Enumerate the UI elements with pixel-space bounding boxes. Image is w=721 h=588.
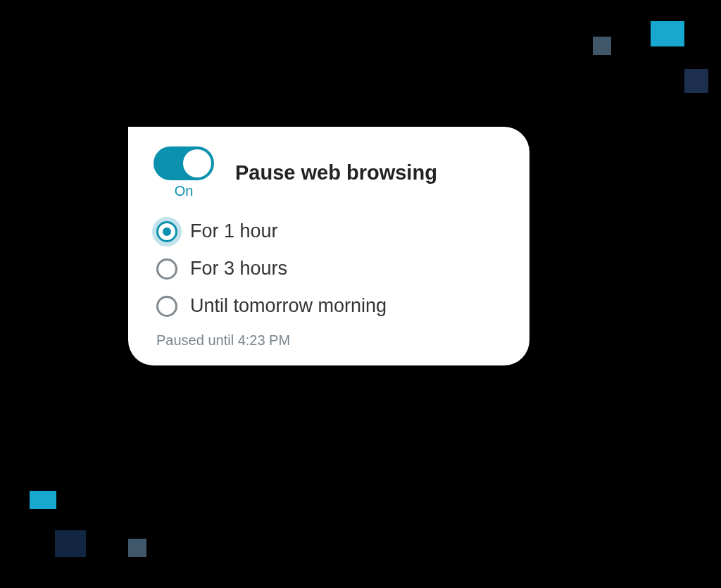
decorative-square [55, 530, 86, 557]
option-1-hour[interactable]: For 1 hour [156, 220, 504, 242]
radio-icon [156, 296, 177, 317]
decorative-square [684, 69, 708, 93]
radio-icon [156, 221, 177, 242]
pause-toggle[interactable] [153, 146, 214, 180]
card-header: On Pause web browsing [153, 146, 504, 199]
option-label: Until tomorrow morning [190, 295, 387, 317]
toggle-knob-icon [183, 149, 211, 177]
card-title: Pause web browsing [235, 161, 437, 184]
radio-icon [156, 258, 177, 280]
paused-until-status: Paused until 4:23 PM [153, 332, 504, 349]
decorative-square [651, 21, 684, 46]
toggle-column: On [153, 146, 214, 199]
decorative-square [593, 37, 611, 55]
option-3-hours[interactable]: For 3 hours [156, 258, 504, 280]
decorative-square [30, 491, 56, 509]
option-label: For 3 hours [190, 258, 287, 280]
toggle-state-label: On [175, 183, 194, 199]
duration-options: For 1 hour For 3 hours Until tomorrow mo… [153, 220, 504, 317]
decorative-square [128, 539, 146, 557]
option-label: For 1 hour [190, 220, 278, 242]
pause-browsing-card: On Pause web browsing For 1 hour For 3 h… [128, 127, 529, 365]
option-until-tomorrow[interactable]: Until tomorrow morning [156, 295, 504, 317]
